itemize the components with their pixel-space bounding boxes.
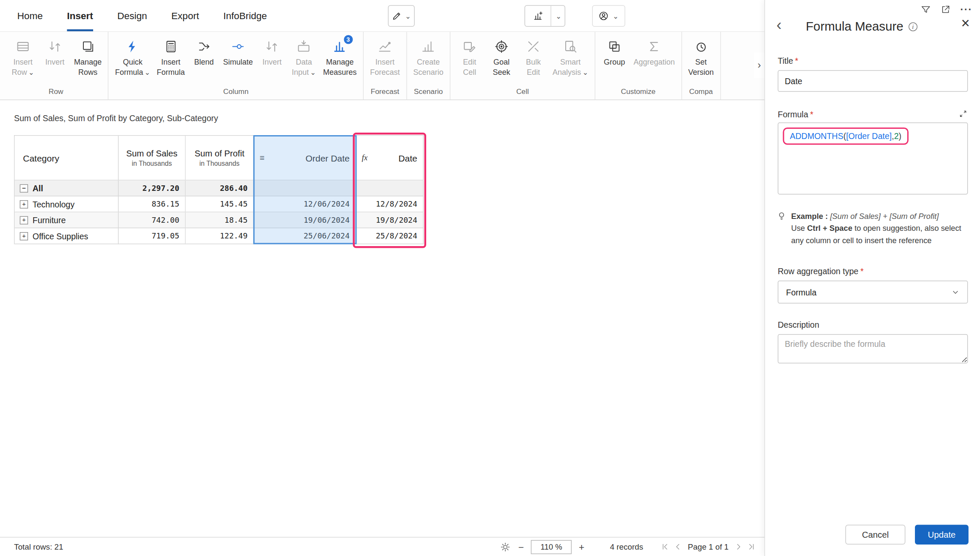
panel-footer: Cancel Update xyxy=(846,525,969,545)
expand-formula-icon[interactable] xyxy=(959,109,968,121)
formula-editor[interactable]: ADDMONTHS([Order Date],2) xyxy=(778,122,968,195)
shortcut-key-text: Ctrl + Space xyxy=(807,224,852,233)
set-version-button[interactable]: SetVersion xyxy=(685,38,717,79)
ribbon-scroll-right-button[interactable]: › xyxy=(754,52,764,78)
cell-office-supplies-order-date[interactable]: 25/06/2024 xyxy=(254,228,356,244)
ribbon-group-label-cell: Cell xyxy=(454,86,592,100)
aggregation-type-select[interactable]: Formula xyxy=(778,281,968,304)
cell-all-profit[interactable]: 286.40 xyxy=(186,181,254,197)
last-page-button[interactable] xyxy=(747,543,756,551)
manage-rows-button[interactable]: ManageRows xyxy=(71,38,105,79)
menu-tab-design[interactable]: Design xyxy=(117,0,147,31)
col-header-category[interactable]: Category xyxy=(15,136,119,181)
chevron-down-icon: ⌄ xyxy=(613,12,619,20)
insert-formula-button[interactable]: InsertFormula xyxy=(154,38,188,79)
bulk-edit-button[interactable]: BulkEdit xyxy=(518,38,550,79)
cell-all-sales[interactable]: 2,297.20 xyxy=(119,181,186,197)
formula-expression-highlight: ADDMONTHS([Order Date],2) xyxy=(783,128,909,145)
zoom-out-button[interactable]: − xyxy=(517,542,525,553)
row-office-supplies-category-cell[interactable]: + Office Supplies xyxy=(15,228,119,244)
data-input-button[interactable]: DataInput⌄ xyxy=(288,38,320,79)
back-button[interactable]: ‹ xyxy=(777,17,782,33)
more-options-icon[interactable]: ··· xyxy=(960,5,972,15)
expand-icon[interactable]: + xyxy=(20,232,28,240)
pivot-canvas: Sum of Sales, Sum of Profit by Category,… xyxy=(0,101,764,537)
page-indicator: Page 1 of 1 xyxy=(688,542,729,551)
group-button[interactable]: Group xyxy=(598,38,630,69)
open-external-icon[interactable] xyxy=(940,5,951,15)
row-all-category-cell[interactable]: − All xyxy=(15,181,119,197)
cell-technology-sales[interactable]: 836.15 xyxy=(119,196,186,213)
cancel-button[interactable]: Cancel xyxy=(846,525,906,545)
goal-seek-button[interactable]: GoalSeek xyxy=(486,38,518,79)
version-clock-icon xyxy=(694,39,708,54)
settings-gear-icon[interactable] xyxy=(501,542,511,552)
cell-office-supplies-date[interactable]: 25/8/2024 xyxy=(356,228,424,244)
cell-all-date[interactable] xyxy=(356,181,424,197)
menu-tab-insert[interactable]: Insert xyxy=(67,0,93,31)
cell-technology-order-date[interactable]: 12/06/2024 xyxy=(254,196,356,213)
filter-icon[interactable] xyxy=(921,5,931,15)
aggregation-button[interactable]: Aggregation xyxy=(630,38,678,69)
cell-office-supplies-sales[interactable]: 719.05 xyxy=(119,228,186,244)
layers-icon xyxy=(81,39,95,54)
next-page-button[interactable] xyxy=(735,543,743,551)
collapse-icon[interactable]: − xyxy=(20,184,28,193)
account-button[interactable]: ⌄ xyxy=(592,5,625,27)
edit-cell-button[interactable]: EditCell xyxy=(454,38,486,79)
update-button[interactable]: Update xyxy=(915,525,969,545)
add-chart-button[interactable]: ⌄ xyxy=(524,5,565,27)
insert-row-button[interactable]: InsertRow⌄ xyxy=(7,38,39,79)
cell-office-supplies-profit[interactable]: 122.49 xyxy=(186,228,254,244)
app-window: Home Insert Design Export InfoBridge ⌄ ⌄ xyxy=(0,0,980,556)
zoom-level[interactable]: 110 % xyxy=(531,540,572,554)
cell-furniture-order-date[interactable]: 19/06/2024 xyxy=(254,213,356,229)
col-header-order-date[interactable]: ≡ Order Date xyxy=(254,136,356,181)
title-input[interactable] xyxy=(778,70,968,92)
chevron-down-icon: ⌄ xyxy=(582,68,588,76)
required-asterisk: * xyxy=(860,267,864,276)
cell-all-order-date[interactable] xyxy=(254,181,356,197)
manage-measures-button[interactable]: 3 ManageMeasures xyxy=(320,38,360,79)
row-furniture-category-cell[interactable]: + Furniture xyxy=(15,213,119,229)
status-bar: Total rows: 21 − 110 % + 4 records Page … xyxy=(0,537,764,556)
smart-analysis-button[interactable]: SmartAnalysis⌄ xyxy=(550,38,592,79)
cell-furniture-sales[interactable]: 742.00 xyxy=(119,213,186,229)
target-icon xyxy=(495,39,509,54)
info-icon[interactable]: i xyxy=(909,22,917,31)
menu-tab-export[interactable]: Export xyxy=(171,0,199,31)
edit-style-button[interactable]: ⌄ xyxy=(388,5,415,27)
expand-icon[interactable]: + xyxy=(20,200,28,208)
col-header-date[interactable]: fx Date xyxy=(356,136,424,181)
first-page-button[interactable] xyxy=(661,543,669,551)
chevron-down-icon: ⌄ xyxy=(28,68,34,76)
col-header-sum-of-sales[interactable]: Sum of Sales in Thousands xyxy=(119,136,186,181)
ribbon-group-label-forecast: Forecast xyxy=(367,86,403,100)
close-panel-button[interactable]: × xyxy=(961,16,970,31)
row-technology-category-cell[interactable]: + Technology xyxy=(15,196,119,213)
zoom-in-button[interactable]: + xyxy=(578,542,586,553)
cell-furniture-date[interactable]: 19/8/2024 xyxy=(356,213,424,229)
pencil-icon xyxy=(392,11,402,21)
cell-technology-profit[interactable]: 145.45 xyxy=(186,196,254,213)
edit-cell-icon xyxy=(463,39,477,54)
cell-furniture-profit[interactable]: 18.45 xyxy=(186,213,254,229)
column-menu-icon[interactable]: ≡ xyxy=(260,153,265,163)
col-header-sum-of-profit[interactable]: Sum of Profit in Thousands xyxy=(186,136,254,181)
invert-row-button[interactable]: Invert xyxy=(39,38,71,69)
prev-page-button[interactable] xyxy=(674,543,682,551)
ribbon-group-comparison: SetVersion Compa xyxy=(682,32,721,99)
slider-icon xyxy=(231,39,245,54)
simulate-button[interactable]: Simulate xyxy=(220,38,256,69)
create-scenario-button[interactable]: CreateScenario xyxy=(410,38,447,79)
menu-tab-home[interactable]: Home xyxy=(17,0,43,31)
insert-forecast-button[interactable]: InsertForecast xyxy=(367,38,403,79)
quick-formula-button[interactable]: QuickFormula⌄ xyxy=(112,38,154,79)
description-textarea[interactable] xyxy=(778,334,968,363)
expand-icon[interactable]: + xyxy=(20,216,28,224)
doc-search-icon xyxy=(564,39,578,54)
menu-tab-infobridge[interactable]: InfoBridge xyxy=(223,0,267,31)
invert-column-button[interactable]: Invert xyxy=(256,38,288,69)
cell-technology-date[interactable]: 12/8/2024 xyxy=(356,196,424,213)
blend-button[interactable]: Blend xyxy=(188,38,220,69)
